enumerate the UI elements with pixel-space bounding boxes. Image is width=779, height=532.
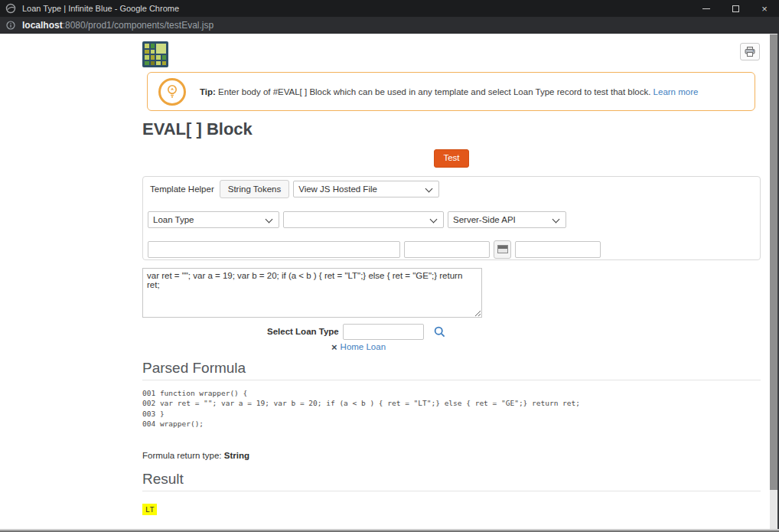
url-host: localhost (22, 20, 63, 31)
token-input-3[interactable] (515, 241, 601, 258)
url-path: :8080/prod1/components/testEval.jsp (63, 20, 213, 31)
app-logo-icon (142, 41, 168, 67)
eval-code-textarea[interactable]: var ret = ""; var a = 19; var b = 20; if… (142, 268, 482, 318)
maximize-button[interactable] (721, 0, 750, 17)
object-select[interactable]: Loan Type (148, 211, 279, 228)
window-title: Loan Type | Infinite Blue - Google Chrom… (22, 4, 179, 13)
learn-more-link[interactable]: Learn more (654, 87, 699, 96)
remove-record-icon[interactable]: × (331, 342, 337, 352)
page-title: EVAL[ ] Block (142, 119, 761, 139)
page-scrollbar[interactable] (770, 34, 777, 529)
tip-label: Tip: (200, 87, 216, 96)
selected-record-chip: × Home Loan (142, 342, 761, 352)
return-type-row: Formula return type: String (142, 451, 761, 460)
window-controls: × (692, 0, 779, 17)
minimize-button[interactable] (692, 0, 721, 17)
favicon-icon (5, 3, 16, 14)
result-value: LT (142, 504, 157, 515)
code-line: 003 } (142, 409, 761, 419)
test-button[interactable]: Test (434, 149, 468, 168)
tip-banner: Tip: Enter body of #EVAL[ ] Block which … (147, 72, 755, 111)
calendar-grid-icon (497, 245, 508, 253)
close-button[interactable]: × (750, 0, 779, 17)
field-select[interactable] (283, 211, 444, 228)
code-line: 001 function wrapper() { (142, 388, 761, 399)
string-tokens-button[interactable]: String Tokens (220, 180, 289, 198)
token-input-1[interactable] (148, 241, 400, 258)
picker-button[interactable] (494, 240, 511, 259)
address-bar[interactable]: localhost:8080/prod1/components/testEval… (0, 17, 779, 34)
scrollbar-thumb[interactable] (770, 34, 777, 490)
maximize-icon (732, 5, 739, 12)
template-helper-label: Template Helper (150, 184, 214, 194)
lightbulb-icon (158, 78, 186, 106)
api-select[interactable]: Server-Side API (448, 211, 566, 228)
test-button-row: Test (142, 149, 761, 168)
search-icon[interactable] (434, 326, 445, 338)
parsed-formula-code: 001 function wrapper() { 002 var ret = "… (142, 388, 761, 429)
code-line: 004 wrapper(); (142, 419, 761, 429)
page-header (142, 34, 761, 67)
tip-text: Tip: Enter body of #EVAL[ ] Block which … (200, 87, 698, 96)
title-bar: Loan Type | Infinite Blue - Google Chrom… (0, 0, 779, 17)
record-select-row: Select Loan Type (142, 324, 761, 340)
token-input-2[interactable] (404, 241, 490, 258)
template-helper-panel: Template Helper String Tokens View JS Ho… (142, 176, 761, 260)
result-heading: Result (142, 471, 761, 491)
return-type-label: Formula return type: (142, 451, 224, 460)
page-info-icon[interactable] (6, 21, 15, 30)
print-button[interactable] (740, 43, 760, 60)
page-content: Tip: Enter body of #EVAL[ ] Block which … (142, 34, 761, 515)
printer-icon (745, 47, 755, 57)
selected-record-link[interactable]: Home Loan (341, 342, 386, 351)
select-loan-type-label: Select Loan Type (267, 327, 339, 336)
minimize-icon (702, 8, 710, 9)
browser-window: Loan Type | Infinite Blue - Google Chrom… (0, 0, 779, 532)
return-type-value: String (224, 451, 249, 460)
tip-body: Enter body of #EVAL[ ] Block which can b… (216, 87, 654, 96)
hosted-file-select[interactable]: View JS Hosted File (293, 181, 439, 197)
code-line: 002 var ret = ""; var a = 19; var b = 20… (142, 398, 761, 409)
parsed-formula-heading: Parsed Formula (142, 360, 761, 380)
loan-type-search-input[interactable] (343, 324, 424, 340)
page-viewport: Tip: Enter body of #EVAL[ ] Block which … (0, 34, 779, 529)
